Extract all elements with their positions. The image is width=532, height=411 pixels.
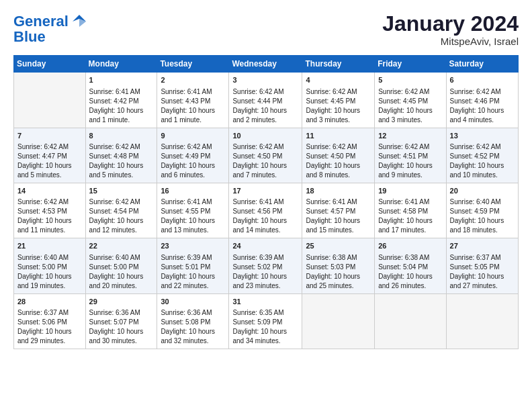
daylight: Daylight: 10 hours and 19 minutes. xyxy=(17,273,72,289)
sunset: Sunset: 5:00 PM xyxy=(89,263,139,271)
sunrise: Sunrise: 6:41 AM xyxy=(378,198,429,205)
daylight: Daylight: 10 hours and 23 minutes. xyxy=(232,273,287,289)
day-number: 3 xyxy=(232,75,298,85)
sunrise: Sunrise: 6:35 AM xyxy=(232,309,283,316)
day-number: 10 xyxy=(232,131,298,141)
sunrise: Sunrise: 6:42 AM xyxy=(306,88,357,95)
calendar-cell: 1 Sunrise: 6:41 AM Sunset: 4:42 PM Dayli… xyxy=(85,73,157,128)
daylight: Daylight: 10 hours and 32 minutes. xyxy=(161,328,215,345)
sunset: Sunset: 4:47 PM xyxy=(17,152,67,160)
sunset: Sunset: 4:42 PM xyxy=(89,97,139,105)
daylight: Daylight: 10 hours and 13 minutes. xyxy=(161,217,215,234)
calendar-cell: 22 Sunrise: 6:40 AM Sunset: 5:00 PM Dayl… xyxy=(85,238,157,293)
location: MitspeAviv, Israel xyxy=(382,36,519,47)
calendar-cell: 6 Sunrise: 6:42 AM Sunset: 4:46 PM Dayli… xyxy=(446,73,518,128)
day-number: 13 xyxy=(450,131,515,141)
sunrise: Sunrise: 6:42 AM xyxy=(17,198,69,205)
day-number: 31 xyxy=(232,297,298,307)
calendar-cell xyxy=(14,73,86,128)
sunset: Sunset: 5:00 PM xyxy=(17,263,67,271)
calendar-cell: 31 Sunrise: 6:35 AM Sunset: 5:09 PM Dayl… xyxy=(229,293,302,349)
calendar-day-header: Friday xyxy=(375,56,446,73)
day-number: 11 xyxy=(306,131,371,141)
daylight: Daylight: 10 hours and 7 minutes. xyxy=(232,162,287,179)
calendar-cell xyxy=(375,293,446,349)
sunset: Sunset: 4:57 PM xyxy=(306,208,355,215)
day-number: 22 xyxy=(89,241,154,251)
day-number: 30 xyxy=(161,297,225,307)
daylight: Daylight: 10 hours and 11 minutes. xyxy=(17,217,72,234)
calendar-week-row: 14 Sunrise: 6:42 AM Sunset: 4:53 PM Dayl… xyxy=(14,183,519,238)
daylight: Daylight: 10 hours and 2 minutes. xyxy=(232,107,287,124)
sunrise: Sunrise: 6:41 AM xyxy=(232,198,283,205)
sunrise: Sunrise: 6:40 AM xyxy=(17,254,69,261)
calendar-week-row: 28 Sunrise: 6:37 AM Sunset: 5:06 PM Dayl… xyxy=(14,293,519,349)
calendar-cell xyxy=(302,293,375,349)
day-number: 17 xyxy=(232,186,298,196)
calendar-cell: 3 Sunrise: 6:42 AM Sunset: 4:44 PM Dayli… xyxy=(229,73,302,128)
calendar-cell: 11 Sunrise: 6:42 AM Sunset: 4:50 PM Dayl… xyxy=(302,128,375,183)
daylight: Daylight: 10 hours and 6 minutes. xyxy=(161,162,215,179)
calendar-day-header: Sunday xyxy=(14,56,86,73)
daylight: Daylight: 10 hours and 17 minutes. xyxy=(378,217,433,234)
sunset: Sunset: 4:48 PM xyxy=(89,152,139,160)
daylight: Daylight: 10 hours and 26 minutes. xyxy=(378,273,433,289)
logo-text: General xyxy=(13,13,69,30)
sunrise: Sunrise: 6:39 AM xyxy=(232,254,283,261)
sunrise: Sunrise: 6:41 AM xyxy=(306,198,357,205)
calendar-cell: 30 Sunrise: 6:36 AM Sunset: 5:08 PM Dayl… xyxy=(157,293,229,349)
page: General Blue January 2024 MitspeAviv, Is… xyxy=(0,0,532,356)
sunset: Sunset: 5:09 PM xyxy=(232,318,282,326)
sunset: Sunset: 4:58 PM xyxy=(378,208,428,215)
calendar-day-header: Saturday xyxy=(446,56,518,73)
sunrise: Sunrise: 6:42 AM xyxy=(17,143,69,150)
daylight: Daylight: 10 hours and 22 minutes. xyxy=(161,273,215,289)
sunset: Sunset: 4:51 PM xyxy=(378,152,428,160)
sunrise: Sunrise: 6:41 AM xyxy=(161,198,212,205)
sunset: Sunset: 5:02 PM xyxy=(232,263,282,271)
daylight: Daylight: 10 hours and 1 minute. xyxy=(89,107,144,124)
calendar-cell: 25 Sunrise: 6:38 AM Sunset: 5:03 PM Dayl… xyxy=(302,238,375,293)
daylight: Daylight: 10 hours and 29 minutes. xyxy=(17,328,72,345)
sunrise: Sunrise: 6:42 AM xyxy=(232,143,283,150)
day-number: 26 xyxy=(378,241,442,251)
sunrise: Sunrise: 6:42 AM xyxy=(450,143,501,150)
day-number: 15 xyxy=(89,186,154,196)
sunrise: Sunrise: 6:42 AM xyxy=(378,88,429,95)
sunrise: Sunrise: 6:40 AM xyxy=(89,254,140,261)
calendar-table: SundayMondayTuesdayWednesdayThursdayFrid… xyxy=(13,55,519,349)
daylight: Daylight: 10 hours and 10 minutes. xyxy=(450,162,504,179)
calendar-day-header: Tuesday xyxy=(157,56,229,73)
calendar-cell: 8 Sunrise: 6:42 AM Sunset: 4:48 PM Dayli… xyxy=(85,128,157,183)
sunset: Sunset: 5:03 PM xyxy=(306,263,355,271)
sunset: Sunset: 4:59 PM xyxy=(450,208,500,215)
calendar-cell: 20 Sunrise: 6:40 AM Sunset: 4:59 PM Dayl… xyxy=(446,183,518,238)
calendar-cell: 10 Sunrise: 6:42 AM Sunset: 4:50 PM Dayl… xyxy=(229,128,302,183)
sunset: Sunset: 5:06 PM xyxy=(17,318,67,326)
calendar-cell: 28 Sunrise: 6:37 AM Sunset: 5:06 PM Dayl… xyxy=(14,293,86,349)
day-number: 18 xyxy=(306,186,371,196)
sunrise: Sunrise: 6:37 AM xyxy=(17,309,69,316)
calendar-cell: 26 Sunrise: 6:38 AM Sunset: 5:04 PM Dayl… xyxy=(375,238,446,293)
sunset: Sunset: 4:56 PM xyxy=(232,208,282,215)
daylight: Daylight: 10 hours and 12 minutes. xyxy=(89,217,144,234)
daylight: Daylight: 10 hours and 5 minutes. xyxy=(89,162,144,179)
sunrise: Sunrise: 6:42 AM xyxy=(89,198,140,205)
calendar-week-row: 7 Sunrise: 6:42 AM Sunset: 4:47 PM Dayli… xyxy=(14,128,519,183)
sunset: Sunset: 5:07 PM xyxy=(89,318,139,326)
logo-icon xyxy=(70,12,89,31)
calendar-header-row: SundayMondayTuesdayWednesdayThursdayFrid… xyxy=(14,56,519,73)
calendar-cell: 17 Sunrise: 6:41 AM Sunset: 4:56 PM Dayl… xyxy=(229,183,302,238)
day-number: 23 xyxy=(161,241,225,251)
daylight: Daylight: 10 hours and 3 minutes. xyxy=(306,107,360,124)
sunset: Sunset: 4:50 PM xyxy=(232,152,282,160)
calendar-day-header: Wednesday xyxy=(229,56,302,73)
calendar-cell: 18 Sunrise: 6:41 AM Sunset: 4:57 PM Dayl… xyxy=(302,183,375,238)
day-number: 7 xyxy=(17,131,82,141)
sunrise: Sunrise: 6:36 AM xyxy=(161,309,212,316)
day-number: 9 xyxy=(161,131,225,141)
sunrise: Sunrise: 6:42 AM xyxy=(161,143,212,150)
sunset: Sunset: 4:49 PM xyxy=(161,152,210,160)
title-block: January 2024 MitspeAviv, Israel xyxy=(382,12,519,47)
sunrise: Sunrise: 6:42 AM xyxy=(232,88,283,95)
